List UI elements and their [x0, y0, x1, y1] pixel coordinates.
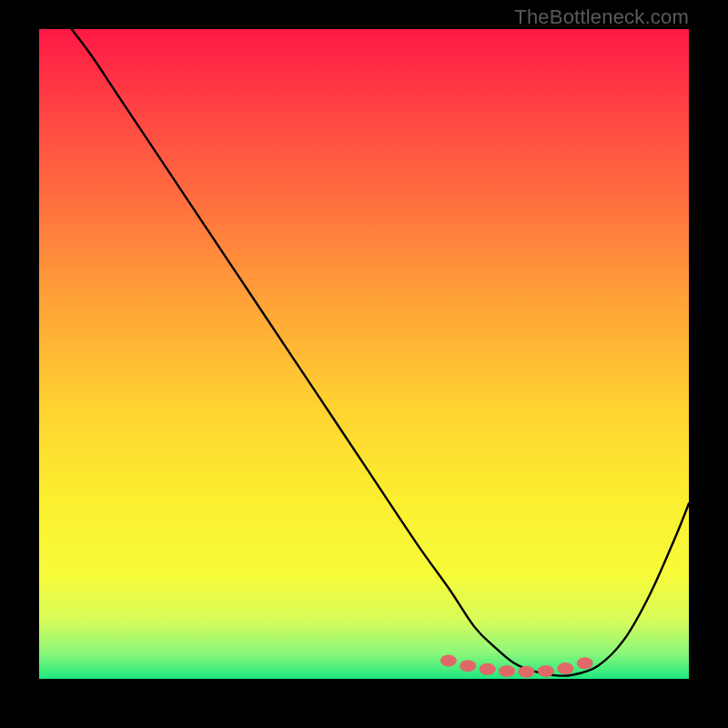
- chart-container: TheBottleneck.com: [0, 0, 728, 728]
- marker-point: [538, 665, 554, 677]
- marker-point: [499, 665, 515, 677]
- marker-point: [440, 655, 457, 667]
- attribution-label: TheBottleneck.com: [514, 5, 689, 29]
- bottleneck-curve: [72, 29, 689, 676]
- marker-point: [460, 660, 476, 672]
- marker-point: [519, 666, 535, 678]
- marker-point: [577, 657, 593, 669]
- marker-point: [557, 662, 573, 674]
- curve-svg: [39, 29, 689, 679]
- plot-area: [39, 29, 689, 679]
- marker-point: [480, 663, 496, 675]
